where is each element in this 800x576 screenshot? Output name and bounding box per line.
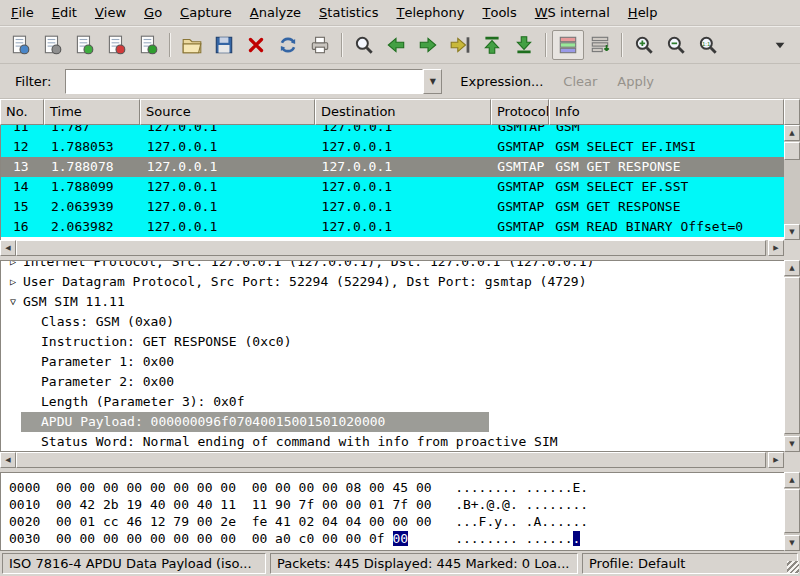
column-header-info[interactable]: Info	[549, 99, 784, 125]
hex-row[interactable]: 0020 00 01 cc 46 12 79 00 2e fe 41 02 04…	[9, 513, 588, 530]
clear-button[interactable]: Clear	[553, 70, 607, 93]
capture-restart-icon	[137, 34, 159, 56]
detail-row[interactable]: APDU Payload: 000000096f0704001500150102…	[1, 412, 784, 432]
scroll-up-button[interactable]: ▲	[784, 472, 800, 488]
status-packet-counts: Packets: 445 Displayed: 445 Marked: 0 Lo…	[270, 553, 578, 574]
capture-start-button[interactable]	[68, 30, 100, 60]
cell-info: GSM	[550, 125, 784, 137]
goto-bottom-button[interactable]	[508, 30, 540, 60]
detail-row[interactable]: Class: GSM (0xa0)	[1, 312, 784, 332]
packet-row[interactable]: 131.788078127.0.0.1127.0.0.1GSMTAPGSM GE…	[1, 157, 784, 177]
hex-row[interactable]: 0000 00 00 00 00 00 00 00 00 00 00 00 00…	[9, 479, 588, 496]
column-header-source[interactable]: Source	[140, 99, 315, 125]
packet-list-vscrollbar[interactable]: ▲ ▼	[784, 125, 800, 240]
resize-grip[interactable]	[787, 561, 799, 573]
autoscroll-button[interactable]	[584, 30, 616, 60]
packet-row[interactable]: 141.788099127.0.0.1127.0.0.1GSMTAPGSM SE…	[1, 177, 784, 197]
column-header-time[interactable]: Time	[44, 99, 140, 125]
detail-row[interactable]: Instruction: GET RESPONSE (0xc0)	[1, 332, 784, 352]
menu-statistics[interactable]: Statistics	[310, 0, 387, 25]
scroll-up-button[interactable]: ▲	[784, 260, 800, 276]
open-button[interactable]	[176, 30, 208, 60]
packet-row[interactable]: 121.788053127.0.0.1127.0.0.1GSMTAPGSM SE…	[1, 137, 784, 157]
zoom-out-button[interactable]	[660, 30, 692, 60]
filter-button[interactable]: Filter:	[5, 70, 61, 93]
packet-row[interactable]: 162.063982127.0.0.1127.0.0.1GSMTAPGSM RE…	[1, 217, 784, 237]
expression-button[interactable]: Expression...	[450, 70, 553, 93]
back-button[interactable]	[380, 30, 412, 60]
toolbar-overflow-button[interactable]	[764, 30, 796, 60]
column-header-destination[interactable]: Destination	[315, 99, 491, 125]
filter-input[interactable]	[65, 69, 423, 94]
detail-row[interactable]: ▷Internet Protocol, Src: 127.0.0.1 (127.…	[1, 260, 784, 272]
menu-view[interactable]: View	[86, 0, 135, 25]
scroll-down-button[interactable]: ▼	[784, 224, 800, 240]
goto-packet-button[interactable]	[444, 30, 476, 60]
hex-row[interactable]: 0010 00 42 2b 19 40 00 40 11 11 90 7f 00…	[9, 496, 588, 513]
menu-file[interactable]: File	[2, 0, 43, 25]
details-vscrollbar[interactable]: ▲ ▼	[784, 260, 800, 452]
print-button[interactable]	[304, 30, 336, 60]
menu-analyze[interactable]: Analyze	[241, 0, 310, 25]
capture-stop-button[interactable]	[100, 30, 132, 60]
expand-arrow-icon[interactable]: ▷	[7, 260, 19, 272]
detail-row[interactable]: ▽GSM SIM 11.11	[1, 292, 784, 312]
scroll-right-button[interactable]: ▶	[768, 240, 784, 256]
save-button[interactable]	[208, 30, 240, 60]
scrollbar-thumb[interactable]	[16, 240, 766, 256]
detail-row[interactable]: Length (Parameter 3): 0x0f	[1, 392, 784, 412]
colorize-button[interactable]	[552, 30, 584, 60]
menu-capture[interactable]: Capture	[171, 0, 241, 25]
menu-edit[interactable]: Edit	[43, 0, 86, 25]
scroll-right-button[interactable]: ▶	[768, 452, 784, 468]
menu-help[interactable]: Help	[619, 0, 667, 25]
detail-row[interactable]: Parameter 1: 0x00	[1, 352, 784, 372]
apply-button[interactable]: Apply	[607, 70, 664, 93]
collapse-arrow-icon[interactable]: ▽	[7, 292, 19, 312]
cell-info: GSM SELECT EF.SST	[549, 177, 784, 197]
hex-bytes: 00 00 00 00 00 00 00 00 00 a0 c0 00 00 0…	[40, 531, 384, 546]
details-hscrollbar[interactable]: ◀ ▶	[0, 452, 784, 468]
filter-dropdown-button[interactable]: ▼	[423, 69, 442, 94]
reload-button[interactable]	[272, 30, 304, 60]
scrollbar-thumb[interactable]	[784, 277, 800, 434]
menu-tools[interactable]: Tools	[473, 0, 525, 25]
capture-restart-button[interactable]	[132, 30, 164, 60]
scrollbar-thumb[interactable]	[784, 142, 800, 160]
scroll-up-button[interactable]: ▲	[784, 125, 800, 141]
detail-row[interactable]: Status Word: Normal ending of command wi…	[1, 432, 784, 452]
column-header-no[interactable]: No.	[0, 99, 44, 125]
interfaces-button[interactable]	[4, 30, 36, 60]
status-profile[interactable]: Profile: Default	[582, 553, 798, 574]
packet-row-clipped[interactable]: 111.787127.0.0.1127.0.0.1GSMTAPGSM	[1, 125, 784, 137]
expand-arrow-icon[interactable]: ▷	[7, 272, 19, 292]
forward-button[interactable]	[412, 30, 444, 60]
selected-byte[interactable]: 00	[393, 531, 409, 546]
menu-telephony[interactable]: Telephony	[388, 0, 474, 25]
scroll-down-button[interactable]: ▼	[784, 535, 800, 551]
detail-row[interactable]: ▷User Datagram Protocol, Src Port: 52294…	[1, 272, 784, 292]
packet-list-hscrollbar[interactable]: ◀ ▶	[0, 240, 784, 256]
zoom-original-button[interactable]: 1:1	[692, 30, 724, 60]
scroll-down-button[interactable]: ▼	[784, 436, 800, 452]
packet-row[interactable]: 111.787127.0.0.1127.0.0.1GSMTAPGSM	[1, 125, 784, 137]
menu-go[interactable]: Go	[135, 0, 171, 25]
packet-row[interactable]: 152.063939127.0.0.1127.0.0.1GSMTAPGSM GE…	[1, 197, 784, 217]
find-button[interactable]	[348, 30, 380, 60]
scroll-left-button[interactable]: ◀	[0, 240, 16, 256]
zoom-in-button[interactable]	[628, 30, 660, 60]
hex-vscrollbar[interactable]: ▲ ▼	[784, 472, 800, 551]
toolbar-separator	[169, 33, 171, 57]
close-button[interactable]	[240, 30, 272, 60]
detail-row[interactable]: Parameter 2: 0x00	[1, 372, 784, 392]
scrollbar-thumb[interactable]	[784, 489, 800, 533]
column-header-protocol[interactable]: Protocol	[491, 99, 549, 125]
scroll-left-button[interactable]: ◀	[0, 452, 16, 468]
selected-ascii[interactable]: .	[573, 531, 581, 546]
menu-ws-internal[interactable]: WS internal	[526, 0, 619, 25]
goto-top-button[interactable]	[476, 30, 508, 60]
capture-options-button[interactable]	[36, 30, 68, 60]
hex-row[interactable]: 0030 00 00 00 00 00 00 00 00 00 a0 c0 00…	[9, 530, 580, 547]
scrollbar-thumb[interactable]	[16, 452, 766, 468]
toolbar-overflow-icon	[769, 34, 791, 56]
